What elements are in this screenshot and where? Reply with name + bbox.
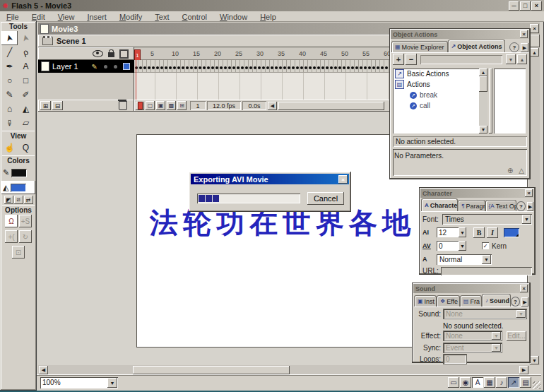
list-scrollbar-thumb[interactable] xyxy=(479,76,487,92)
help-icon[interactable]: ? xyxy=(511,297,520,307)
tab-fra[interactable]: ▤Fra xyxy=(460,295,482,307)
playhead-marker[interactable]: 1 xyxy=(134,49,141,61)
timeline-scrollbar-thumb[interactable] xyxy=(278,102,384,110)
tracking-field[interactable]: 0 xyxy=(437,241,459,251)
timeline-layer-row[interactable]: Layer 1 ✎ xyxy=(38,60,134,73)
no-color-button[interactable]: ⧄ xyxy=(14,196,23,204)
help-icon[interactable]: ? xyxy=(516,201,525,211)
list-scroll-up-icon[interactable]: ▲ xyxy=(479,69,487,76)
lasso-tool[interactable]: ρ xyxy=(18,45,34,59)
url-field[interactable] xyxy=(441,267,532,275)
app-title-bar[interactable]: ✸ Flash 5 - Movie3 ─ □ × xyxy=(0,0,544,11)
list-scroll-down-icon[interactable]: ▼ xyxy=(479,126,487,133)
lock-column-icon[interactable] xyxy=(108,52,114,57)
scroll-up-arrow[interactable]: ▲ xyxy=(530,48,539,57)
smooth-button[interactable]: +S xyxy=(19,215,32,227)
modify-onion-markers-button[interactable]: ⊞ xyxy=(177,101,187,110)
action-item-break[interactable]: ↗break xyxy=(393,90,487,100)
character-close-icon[interactable]: × xyxy=(525,189,533,197)
dropdown-arrow-icon[interactable]: ▼ xyxy=(482,255,491,264)
keyframe-cell[interactable] xyxy=(384,60,389,73)
export-cancel-button[interactable]: Cancel xyxy=(307,192,344,205)
insert-target-path-icon[interactable]: ⊕ xyxy=(507,167,513,174)
horizontal-scrollbar[interactable]: ◀ ▶ xyxy=(38,365,529,375)
tab-effe[interactable]: ❖Effe xyxy=(437,295,460,307)
text-tool[interactable]: A xyxy=(18,59,34,73)
paint-bucket-tool[interactable]: ◭ xyxy=(18,102,34,116)
hand-tool[interactable]: ☝ xyxy=(1,141,18,155)
eyedropper-tool[interactable]: ✑ xyxy=(1,116,18,130)
mixer-launcher[interactable]: ◉ xyxy=(460,377,471,388)
add-layer-button[interactable]: ⊞ xyxy=(40,101,51,110)
rectangle-tool[interactable]: □ xyxy=(18,73,34,88)
layer-visibility-dot[interactable] xyxy=(104,65,107,69)
instance-launcher[interactable]: ▦ xyxy=(484,377,495,388)
onion-skin-outlines-button[interactable]: ▣ xyxy=(156,101,165,110)
pen-tool[interactable]: ✒ xyxy=(1,59,18,73)
bold-button[interactable]: B xyxy=(473,227,485,238)
rotate-button[interactable]: ↻ xyxy=(19,230,32,243)
menu-view[interactable]: View xyxy=(52,13,81,21)
menu-help[interactable]: Help xyxy=(254,13,283,21)
line-tool[interactable]: ╱ xyxy=(1,45,18,59)
actions-toolbox-list[interactable]: ↗Basic Actions▤Actions↗break↗call ▲ ▼ xyxy=(393,69,487,133)
actions-launcher[interactable]: ↗ xyxy=(508,377,519,388)
tab-object-actions[interactable]: ↗Object Actions xyxy=(448,40,506,52)
document-close-button[interactable]: × xyxy=(530,24,539,33)
swap-colors-button[interactable]: ⇄ xyxy=(24,196,33,204)
layer-name[interactable]: Layer 1 xyxy=(52,62,78,71)
eraser-tool[interactable]: ▱ xyxy=(18,116,34,130)
object-actions-close-icon[interactable]: × xyxy=(520,30,528,38)
delete-layer-button[interactable] xyxy=(119,101,127,110)
frame-rate-field[interactable]: 12.0 fps xyxy=(207,101,241,110)
scroll-down-arrow[interactable]: ▼ xyxy=(530,356,539,364)
font-size-field[interactable]: 12 xyxy=(437,227,459,237)
move-down-arrow-icon[interactable]: ▼ xyxy=(506,54,516,64)
resize-grip[interactable] xyxy=(533,381,540,389)
scene-label[interactable]: Scene 1 xyxy=(57,37,86,45)
stroke-color-swatch[interactable] xyxy=(11,169,27,177)
tab-sound[interactable]: ♪Sound xyxy=(482,294,511,307)
fill-color-swatch[interactable] xyxy=(11,184,26,192)
center-frame-button[interactable] xyxy=(136,102,144,110)
actions-list-scrollbar[interactable]: ▲ ▼ xyxy=(479,69,487,133)
show-hide-column-icon[interactable] xyxy=(93,50,103,57)
scroll-right-arrow[interactable]: ▶ xyxy=(519,366,528,374)
library-launcher[interactable]: ▤ xyxy=(520,377,531,388)
character-title-bar[interactable]: Character xyxy=(420,189,534,198)
onion-skin-button[interactable]: ▢ xyxy=(146,101,155,110)
timeline-scroll-left-arrow[interactable]: ◀ xyxy=(268,102,277,110)
layer-lock-dot[interactable] xyxy=(114,65,117,69)
remove-action-button[interactable]: − xyxy=(406,54,417,65)
script-pane[interactable] xyxy=(494,69,526,133)
layer-outline-color-swatch[interactable] xyxy=(123,63,130,70)
horizontal-scrollbar-thumb[interactable] xyxy=(133,366,290,374)
maximize-button[interactable]: □ xyxy=(520,1,531,11)
zoom-dropdown-arrow-icon[interactable]: ▼ xyxy=(107,378,117,388)
panel-menu-arrow-icon[interactable]: ▶ xyxy=(521,297,528,307)
tab-text-op[interactable]: {AText Op xyxy=(485,200,517,211)
add-guide-layer-button[interactable]: ⊟ xyxy=(52,101,63,110)
text-color-swatch[interactable] xyxy=(504,228,519,237)
default-colors-button[interactable]: ◩ xyxy=(4,196,13,204)
stroke-color-row[interactable]: ✎ xyxy=(1,166,35,179)
object-actions-title-bar[interactable]: Object Actions xyxy=(391,30,529,39)
export-dialog-close-button[interactable]: × xyxy=(338,175,348,184)
arrow-tool[interactable]: ➤ xyxy=(1,31,18,45)
character-launcher[interactable]: A xyxy=(472,377,483,388)
action-item-actions[interactable]: ▤Actions xyxy=(393,79,487,90)
tab-paragr[interactable]: ¶Paragr xyxy=(458,200,485,211)
brush-tool[interactable]: ✐ xyxy=(18,88,34,102)
menu-window[interactable]: Window xyxy=(213,13,254,21)
tab-character[interactable]: ACharacter xyxy=(421,198,458,211)
sound-launcher[interactable]: ♪ xyxy=(496,377,507,388)
italic-button[interactable]: I xyxy=(487,227,498,238)
tab-movie-explorer[interactable]: ▦Movie Explorer xyxy=(391,41,448,52)
baseline-dropdown[interactable]: Normal ▼ xyxy=(437,254,492,265)
minimize-button[interactable]: ─ xyxy=(509,1,519,11)
scale-button[interactable]: ⊡ xyxy=(12,246,25,259)
subselect-tool[interactable]: ➤ xyxy=(18,31,34,45)
action-item-basic-actions[interactable]: ↗Basic Actions xyxy=(393,69,487,79)
menu-control[interactable]: Control xyxy=(176,13,213,21)
panel-menu-arrow-icon[interactable]: ▶ xyxy=(521,43,528,52)
